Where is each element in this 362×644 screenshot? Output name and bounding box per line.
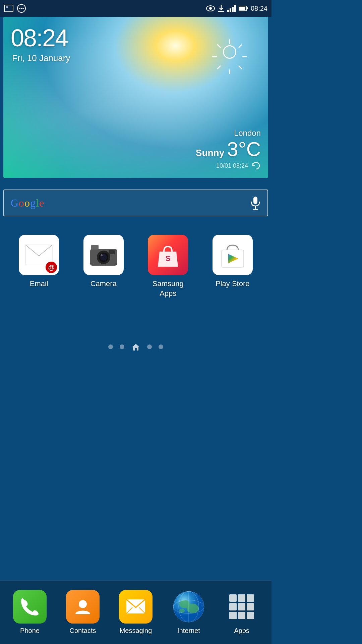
weather-city: London [196,128,261,138]
svg-rect-10 [230,8,231,12]
messaging-label: Messaging [120,627,152,635]
svg-rect-25 [91,245,99,250]
email-at-badge: @ [46,262,57,273]
samsung-label: SamsungApps [153,279,184,298]
playstore-svg [218,240,248,270]
weather-widget[interactable]: 08:24 Fri, 10 January London Sunny 3°C 1… [3,17,268,178]
app-camera[interactable]: Camera [77,235,130,289]
svg-rect-0 [4,5,13,12]
svg-rect-48 [229,612,237,619]
contacts-icon [66,590,100,624]
weather-time: 08:24 [11,24,68,52]
page-dot-1[interactable] [108,344,113,349]
app-row: @ Email Camera [0,235,272,298]
playstore-icon [213,235,253,275]
svg-rect-44 [247,594,254,602]
svg-rect-42 [229,594,237,602]
download-icon [218,4,225,12]
app-samsung[interactable]: S SamsungApps [141,235,195,298]
email-icon: @ [19,235,59,275]
dock-messaging[interactable]: Messaging [112,590,159,635]
dock-phone[interactable]: Phone [6,590,53,635]
weather-update: 10/01 08:24 [216,161,261,170]
svg-text:S: S [166,254,171,263]
apps-svg [227,592,257,622]
dock-contacts[interactable]: Contacts [59,590,106,635]
svg-point-30 [79,600,87,608]
svg-point-5 [22,8,24,9]
sun-icon [215,37,245,67]
battery-icon [239,5,248,11]
svg-point-3 [19,8,20,9]
phone-icon [13,590,47,624]
camera-svg [88,241,119,268]
page-indicators [0,342,272,352]
svg-rect-11 [232,7,234,12]
messaging-icon [119,590,153,624]
status-left-icons [4,4,26,13]
svg-rect-49 [238,612,245,619]
refresh-icon [251,161,261,170]
chat-icon [17,4,26,13]
svg-point-7 [209,7,212,10]
messaging-svg [125,597,146,617]
mic-icon[interactable] [250,196,261,210]
internet-svg [172,590,205,624]
dock-internet[interactable]: Internet [165,590,212,635]
weather-temp: 3°C [227,139,261,159]
samsung-svg: S [155,241,181,268]
google-search-bar[interactable]: Google [3,190,268,216]
svg-point-4 [21,8,22,9]
dock: Phone Contacts Messaging [0,580,272,644]
apps-label: Apps [234,627,249,635]
svg-rect-9 [227,10,229,12]
app-email[interactable]: @ Email [12,235,66,289]
app-playstore[interactable]: Play Store [206,235,259,289]
phone-svg [20,597,39,616]
camera-label: Camera [90,279,117,289]
svg-rect-14 [239,7,245,10]
dock-apps[interactable]: Apps [218,590,265,635]
weather-info: London Sunny 3°C [196,128,261,159]
contacts-svg [73,597,92,616]
svg-rect-50 [247,612,254,619]
svg-rect-16 [253,197,257,204]
svg-rect-1 [6,6,8,8]
playstore-label: Play Store [216,279,250,289]
apps-icon [225,590,258,624]
svg-rect-15 [247,7,248,9]
google-logo: Google [11,197,44,209]
svg-point-36 [187,604,199,613]
home-icon [131,343,140,351]
page-dot-5[interactable] [159,344,163,349]
signal-icon [227,5,236,12]
screenshot-icon [4,5,13,12]
status-time: 08:24 [251,5,267,12]
page-dot-4[interactable] [147,344,152,349]
svg-rect-26 [109,250,115,254]
weather-desc-temp: Sunny 3°C [196,139,261,159]
status-right-icons: 08:24 [206,4,267,12]
status-bar: 08:24 [0,0,272,17]
home-indicator[interactable] [131,342,140,352]
svg-rect-45 [229,603,237,610]
samsung-icon: S [148,235,188,275]
phone-label: Phone [20,627,40,635]
eye-icon [206,5,215,12]
svg-rect-12 [234,5,236,12]
svg-point-24 [101,254,103,256]
weather-updated-time: 10/01 08:24 [216,162,248,169]
svg-rect-43 [238,594,245,602]
email-label: Email [30,279,48,289]
camera-icon [83,235,124,275]
svg-rect-47 [247,603,254,610]
contacts-label: Contacts [70,627,96,635]
svg-rect-46 [238,603,245,610]
internet-label: Internet [177,627,200,635]
weather-condition: Sunny [196,148,225,158]
internet-icon [172,590,205,624]
page-dot-2[interactable] [120,344,124,349]
weather-date: Fri, 10 January [12,53,70,63]
